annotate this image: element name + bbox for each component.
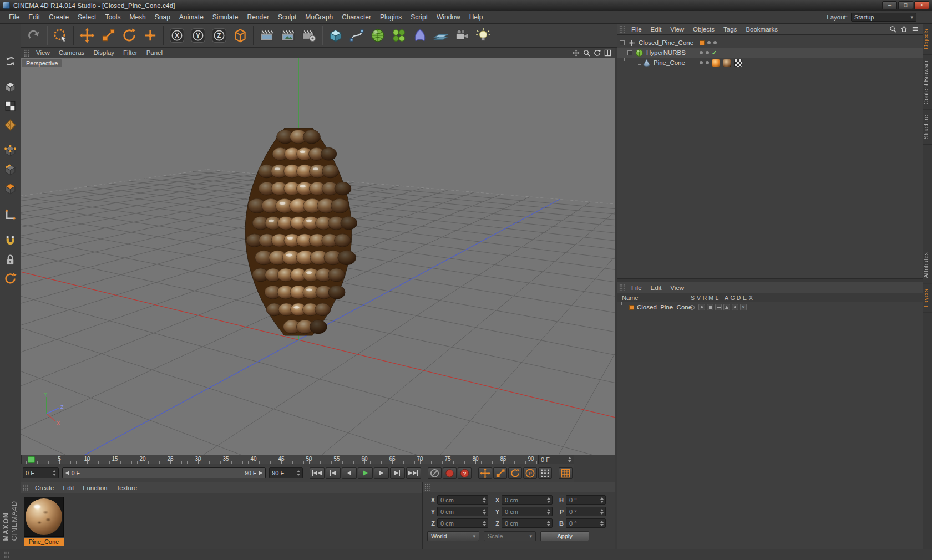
toggle-panels-icon[interactable] xyxy=(604,49,612,57)
add-cube-icon[interactable] xyxy=(325,26,346,46)
material-thumbnail[interactable] xyxy=(24,497,64,537)
stepper[interactable] xyxy=(600,509,604,515)
play-forward-button[interactable] xyxy=(358,467,373,479)
model-mode-icon[interactable] xyxy=(2,79,19,95)
menubar-item-help[interactable]: Help xyxy=(465,13,488,21)
lock-y-icon[interactable]: Y xyxy=(188,26,208,46)
stepper[interactable] xyxy=(547,521,550,526)
material-name[interactable]: Pine_Cone xyxy=(24,538,64,546)
size-y-field[interactable]: 0 cm xyxy=(502,507,553,516)
viewport-view-label[interactable]: Perspective xyxy=(22,59,62,67)
current-frame-field[interactable]: 0 F xyxy=(538,455,574,464)
position-z-field[interactable]: 0 cm xyxy=(437,518,488,528)
home-icon[interactable] xyxy=(900,25,908,33)
object-row-pine-cone[interactable]: Pine_Cone xyxy=(617,58,923,68)
layer-row-closed-pine-cone[interactable]: Closed_Pine_Cone × xyxy=(617,302,923,312)
goto-end-button[interactable] xyxy=(406,467,421,479)
key-rotation-button[interactable] xyxy=(508,467,522,479)
edges-mode-icon[interactable] xyxy=(2,161,19,178)
object-name[interactable]: Closed_Pine_Cone xyxy=(639,39,693,46)
search-icon[interactable] xyxy=(889,25,897,33)
layer-manager-menu-edit[interactable]: Edit xyxy=(646,284,666,291)
editor-visibility-dot[interactable] xyxy=(700,51,703,54)
enabled-check-icon[interactable]: ✓ xyxy=(712,50,717,56)
stepper[interactable] xyxy=(483,497,486,503)
layout-select[interactable]: Startup ▾ xyxy=(851,13,916,22)
axis-mode-icon[interactable] xyxy=(2,206,19,223)
object-name[interactable]: Pine_Cone xyxy=(654,59,685,66)
side-tab-objects[interactable]: Objects xyxy=(923,24,932,55)
render-visibility-dot[interactable] xyxy=(706,61,709,64)
menubar-item-window[interactable]: Window xyxy=(432,13,465,21)
scale-icon[interactable] xyxy=(98,26,118,46)
menubar-item-mesh[interactable]: Mesh xyxy=(125,13,150,21)
view-options-icon[interactable] xyxy=(911,25,919,33)
object-manager-menu-bookmarks[interactable]: Bookmarks xyxy=(741,26,782,33)
material-menu-edit[interactable]: Edit xyxy=(59,485,79,491)
panel-grip[interactable] xyxy=(23,484,29,491)
panel-grip[interactable] xyxy=(424,483,430,491)
panel-grip[interactable] xyxy=(619,26,625,33)
menubar-item-plugins[interactable]: Plugins xyxy=(376,13,406,21)
panel-grip[interactable] xyxy=(619,284,625,291)
snap-icon[interactable] xyxy=(2,232,19,249)
timeline-ruler[interactable]: 051015202530354045505560657075808590 0 F xyxy=(21,455,574,464)
layer-object-name[interactable]: Closed_Pine_Cone xyxy=(637,304,692,310)
stepper[interactable] xyxy=(600,521,604,526)
current-frame-marker[interactable] xyxy=(28,456,35,463)
object-name[interactable]: HyperNURBS xyxy=(646,49,686,56)
layer-color-chip[interactable] xyxy=(700,40,705,45)
range-start-stepper[interactable] xyxy=(53,470,56,476)
editor-visibility-dot[interactable] xyxy=(700,61,703,64)
material-item[interactable]: Pine_Cone xyxy=(24,497,66,546)
add-deformer-icon[interactable] xyxy=(409,26,430,46)
object-manager-menu-edit[interactable]: Edit xyxy=(646,26,666,33)
lock-z-icon[interactable]: Z xyxy=(209,26,229,46)
render-view-icon[interactable] xyxy=(256,26,277,46)
timeline-track[interactable]: 051015202530354045505560657075808590 xyxy=(22,455,538,464)
uvw-tag-icon[interactable] xyxy=(734,59,742,67)
menubar-item-create[interactable]: Create xyxy=(44,13,73,21)
texture-mode-icon[interactable] xyxy=(2,98,19,114)
menubar-item-tools[interactable]: Tools xyxy=(100,13,125,21)
panel-grip[interactable] xyxy=(4,551,10,558)
viewport-menu-filter[interactable]: Filter xyxy=(119,49,142,56)
size-mode-dropdown[interactable]: Scale▾ xyxy=(484,531,536,541)
close-button[interactable]: × xyxy=(914,1,929,9)
position-y-field[interactable]: 0 cm xyxy=(437,507,488,516)
object-row-closed-pine-cone[interactable]: - Closed_Pine_Cone xyxy=(617,38,923,48)
key-scale-button[interactable] xyxy=(493,467,507,479)
add-light-icon[interactable] xyxy=(473,26,493,46)
side-tab-structure[interactable]: Structure xyxy=(923,110,932,145)
panel-grip[interactable] xyxy=(24,49,30,57)
stepper[interactable] xyxy=(547,497,550,503)
material-menu-function[interactable]: Function xyxy=(78,485,112,491)
object-manager-menu-file[interactable]: File xyxy=(627,26,646,33)
viewport-menu-cameras[interactable]: Cameras xyxy=(54,49,89,56)
coordinate-space-dropdown[interactable]: World▾ xyxy=(427,531,479,541)
menubar-item-render[interactable]: Render xyxy=(243,13,273,21)
add-spline-icon[interactable] xyxy=(346,26,367,46)
row-toggle-icon[interactable] xyxy=(698,304,705,310)
redo-icon[interactable] xyxy=(23,26,44,46)
side-tab-content-browser[interactable]: Content Browser xyxy=(923,55,932,110)
render-picture-viewer-icon[interactable] xyxy=(277,26,298,46)
range-start-field[interactable]: 0 F xyxy=(23,467,59,478)
lock-workplane-icon[interactable] xyxy=(2,251,19,268)
add-floor-icon[interactable] xyxy=(430,26,451,46)
viewport[interactable]: Perspective Y Z X xyxy=(21,58,615,455)
object-manager-menu-tags[interactable]: Tags xyxy=(719,26,741,33)
menubar-item-simulate[interactable]: Simulate xyxy=(208,13,243,21)
phong-tag-icon[interactable] xyxy=(712,59,720,67)
points-mode-icon[interactable] xyxy=(2,142,19,159)
stepper[interactable] xyxy=(547,509,550,515)
layer-manager-menu-file[interactable]: File xyxy=(627,284,646,291)
layer-color-chip[interactable] xyxy=(629,305,634,310)
size-header-dropdown[interactable]: -- xyxy=(523,484,526,491)
row-toggle-icon[interactable] xyxy=(715,304,722,310)
live-selection-icon[interactable] xyxy=(50,26,70,46)
position-header-dropdown[interactable]: -- xyxy=(475,484,479,491)
key-parameter-button[interactable]: P xyxy=(523,467,537,479)
size-x-field[interactable]: 0 cm xyxy=(502,495,553,505)
position-x-field[interactable]: 0 cm xyxy=(437,495,488,505)
